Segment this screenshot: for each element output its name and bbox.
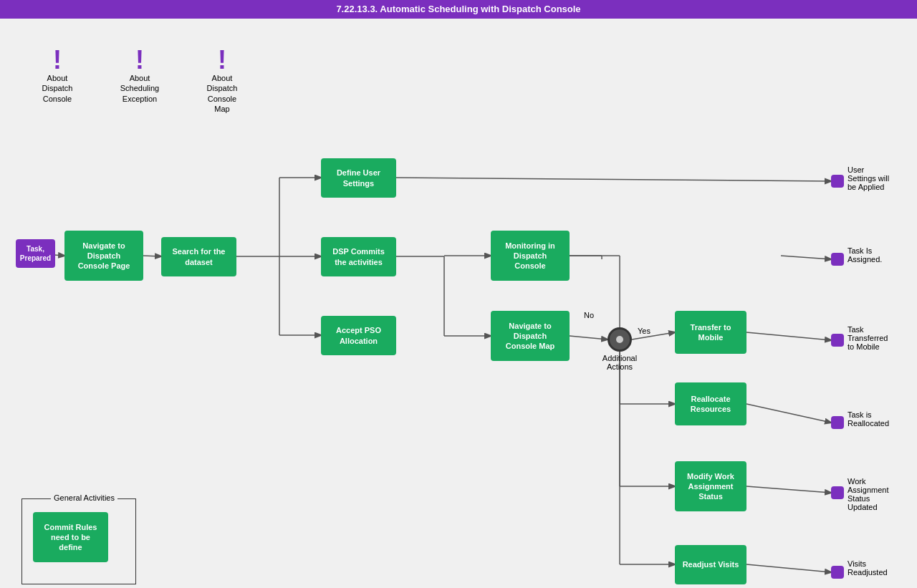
general-activities-label: General Activities [51,493,117,502]
end-wa-updated-label: WorkAssignmentStatusUpdated [848,477,912,511]
accept-pso-node[interactable]: Accept PSOAllocation [321,316,396,355]
page-title: 7.22.13.3. Automatic Scheduling with Dis… [0,0,917,19]
search-dataset-label: Search for thedataset [173,246,226,267]
svg-line-26 [746,404,831,423]
navigate-dispatch-console-label: Navigate toDispatchConsole Page [78,241,130,271]
canvas: ! AboutDispatchConsole ! AboutScheduling… [0,19,917,588]
yes-label: Yes [638,327,650,335]
svg-line-23 [570,336,608,339]
end-task-assigned-square [831,253,844,266]
no-label: No [584,311,594,319]
icon-label-scheduling-exception: AboutSchedulingException [120,73,159,104]
svg-line-25 [746,332,831,340]
additional-actions-label: AdditionalActions [595,354,645,371]
end-task-transferred-square [831,334,844,347]
icon-label-dispatch-console-map: AboutDispatchConsoleMap [207,73,238,114]
end-task-reallocated-square [831,416,844,429]
svg-line-24 [781,256,831,259]
commit-rules-label: Commit Rulesneed to bedefine [44,522,97,553]
general-activities-box: General Activities Commit Rulesneed to b… [21,498,136,584]
define-user-settings-label: Define UserSettings [337,168,380,188]
navigate-dispatch-map-label: Navigate toDispatchConsole Map [506,321,554,352]
task-prepared-node[interactable]: Task,Prepared [16,239,55,268]
reallocate-resources-label: ReallocateResources [691,394,731,415]
commit-rules-node[interactable]: Commit Rulesneed to bedefine [33,512,108,562]
monitoring-dispatch-node[interactable]: Monitoring inDispatchConsole [491,231,570,281]
exclamation-icon-scheduling-exception: ! [135,47,144,73]
icon-label-dispatch-console: AboutDispatchConsole [42,73,73,104]
navigate-dispatch-map-node[interactable]: Navigate toDispatchConsole Map [491,311,570,361]
readjust-visits-label: Readjust Visits [683,559,739,569]
readjust-visits-node[interactable]: Readjust Visits [675,545,746,584]
icon-group-dispatch-console-map: ! AboutDispatchConsoleMap [193,47,251,114]
icon-group-dispatch-console: ! AboutDispatchConsole [29,47,86,104]
search-dataset-node[interactable]: Search for thedataset [161,237,236,276]
icon-group-scheduling-exception: ! AboutSchedulingException [111,47,168,104]
arrows-layer [0,19,917,588]
exclamation-icon-dispatch-console: ! [53,47,62,73]
transfer-mobile-label: Transfer toMobile [691,322,731,343]
define-user-settings-node[interactable]: Define UserSettings [321,158,396,198]
navigate-dispatch-console-node[interactable]: Navigate toDispatchConsole Page [64,231,143,281]
decision-inner [616,336,623,343]
end-visits-readjusted-label: VisitsReadjusted [848,559,908,577]
end-user-settings-label: UserSettings willbe Applied [848,165,908,191]
dsp-commits-node[interactable]: DSP Commitsthe activities [321,237,396,276]
additional-actions-decision [608,327,632,352]
svg-line-7 [396,178,831,181]
modify-work-assignment-label: Modify WorkAssignmentStatus [687,471,734,502]
exclamation-icon-dispatch-console-map: ! [218,47,226,73]
end-wa-updated-square [831,486,844,499]
svg-line-27 [746,486,831,493]
modify-work-assignment-node[interactable]: Modify WorkAssignmentStatus [675,461,746,511]
transfer-mobile-node[interactable]: Transfer toMobile [675,311,746,354]
end-user-settings-square [831,175,844,188]
end-task-transferred-label: TaskTransferredto Mobile [848,325,908,351]
end-visits-readjusted-square [831,566,844,579]
end-task-reallocated-label: Task isReallocated [848,410,908,428]
dsp-commits-label: DSP Commitsthe activities [332,246,385,267]
end-task-assigned-label: Task IsAssigned. [848,246,908,264]
task-prepared-label: Task,Prepared [20,244,51,263]
monitoring-dispatch-label: Monitoring inDispatchConsole [505,241,555,271]
accept-pso-label: Accept PSOAllocation [336,325,381,346]
svg-line-28 [746,564,831,572]
svg-line-1 [143,256,161,256]
reallocate-resources-node[interactable]: ReallocateResources [675,382,746,425]
